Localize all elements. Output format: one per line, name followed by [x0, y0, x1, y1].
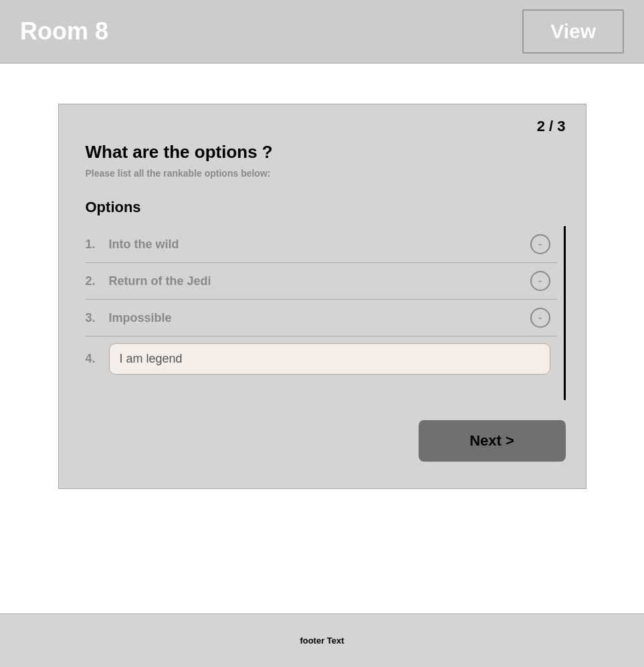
options-area: 1. Into the wild - 2. Return of the Jedi… — [79, 226, 566, 400]
footer: footer Text — [0, 613, 644, 667]
options-list: 1. Into the wild - 2. Return of the Jedi… — [79, 226, 557, 400]
option-text-1: Into the wild — [109, 237, 530, 252]
list-item: 1. Into the wild - — [86, 226, 557, 263]
option-text-3: Impossible — [109, 311, 530, 325]
header: Room 8 View — [0, 0, 644, 64]
main-content: 2 / 3 What are the options ? Please list… — [0, 64, 644, 613]
option-number-4: 4. — [86, 352, 109, 366]
card-title: What are the options ? — [79, 142, 566, 163]
card: 2 / 3 What are the options ? Please list… — [58, 104, 586, 489]
new-option-row: 4. — [86, 337, 557, 381]
page-indicator: 2 / 3 — [79, 118, 566, 135]
card-subtitle: Please list all the rankable options bel… — [79, 168, 566, 179]
option-number-1: 1. — [86, 237, 109, 252]
footer-text: footer Text — [300, 636, 344, 646]
vertical-divider — [564, 226, 566, 400]
next-button-container: Next > — [79, 420, 566, 462]
view-button[interactable]: View — [522, 9, 624, 54]
option-number-2: 2. — [86, 274, 109, 288]
next-button[interactable]: Next > — [419, 420, 566, 462]
option-number-3: 3. — [86, 311, 109, 325]
list-item: 2. Return of the Jedi - — [86, 263, 557, 300]
new-option-input[interactable] — [109, 343, 550, 375]
remove-button-2[interactable]: - — [530, 271, 550, 291]
options-heading: Options — [79, 199, 566, 216]
remove-button-1[interactable]: - — [530, 234, 550, 254]
remove-button-3[interactable]: - — [530, 308, 550, 328]
option-text-2: Return of the Jedi — [109, 274, 530, 288]
list-item: 3. Impossible - — [86, 300, 557, 337]
header-title: Room 8 — [20, 17, 108, 45]
